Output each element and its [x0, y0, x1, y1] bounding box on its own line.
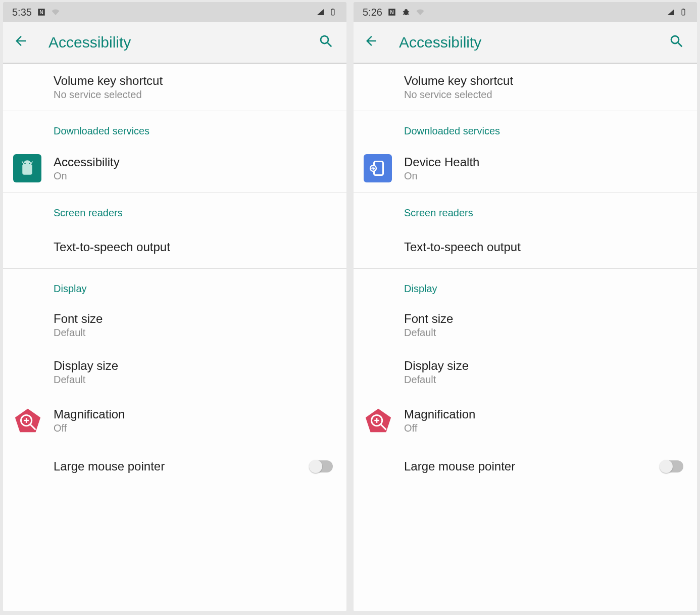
item-title: Magnification — [404, 407, 687, 421]
large-mouse-pointer-switch[interactable] — [660, 460, 683, 472]
item-subtitle: Default — [404, 327, 687, 339]
svg-text:N: N — [390, 9, 394, 15]
page-title: Accessibility — [48, 34, 318, 51]
svg-line-5 — [328, 43, 332, 47]
settings-list: Volume key shortcut No service selected … — [354, 64, 697, 611]
app-notification-icon: N — [387, 8, 396, 17]
phone-right: 5:26 N Accessibility — [354, 2, 697, 611]
item-title: Large mouse pointer — [54, 459, 306, 474]
item-subtitle: Default — [54, 327, 336, 339]
status-time: 5:26 — [363, 7, 382, 18]
status-time: 5:35 — [12, 7, 32, 18]
item-title: Display size — [54, 359, 336, 373]
status-bar: 5:35 N — [3, 2, 346, 22]
large-mouse-pointer-switch[interactable] — [310, 460, 333, 472]
svg-point-15 — [404, 10, 408, 16]
search-button[interactable] — [318, 33, 336, 52]
svg-rect-21 — [683, 9, 684, 10]
svg-line-19 — [408, 14, 409, 15]
app-bar: Accessibility — [3, 22, 346, 64]
search-button[interactable] — [669, 33, 687, 52]
item-title: Volume key shortcut — [54, 74, 336, 88]
device-health-icon — [364, 154, 392, 182]
battery-icon — [679, 8, 688, 17]
android-app-icon — [13, 154, 41, 182]
item-title: Large mouse pointer — [404, 459, 657, 474]
magnification-item[interactable]: Magnification Off — [3, 396, 346, 445]
text-to-speech-item[interactable]: Text-to-speech output — [3, 226, 346, 268]
large-mouse-pointer-item[interactable]: Large mouse pointer — [3, 445, 346, 488]
svg-rect-2 — [331, 9, 334, 15]
svg-rect-20 — [682, 9, 685, 15]
item-title: Device Health — [404, 155, 687, 169]
item-subtitle: Off — [54, 422, 336, 434]
item-title: Volume key shortcut — [404, 74, 687, 88]
svg-rect-3 — [332, 9, 333, 10]
page-title: Accessibility — [399, 34, 669, 51]
app-bar: Accessibility — [354, 22, 697, 64]
svg-point-22 — [671, 36, 679, 43]
status-bar: 5:26 N — [354, 2, 697, 22]
back-button[interactable] — [364, 33, 384, 52]
downloaded-service-item[interactable]: Accessibility On — [3, 144, 346, 193]
section-screen-readers: Screen readers — [354, 193, 697, 226]
phone-left: 5:35 N Accessibility — [3, 2, 346, 611]
item-subtitle: Default — [404, 374, 687, 386]
wifi-dim-icon — [416, 8, 425, 17]
signal-icon — [316, 8, 325, 17]
item-subtitle: No service selected — [404, 89, 687, 101]
item-subtitle: Default — [54, 374, 336, 386]
item-title: Magnification — [54, 407, 336, 421]
svg-line-18 — [403, 14, 405, 15]
item-subtitle: On — [404, 170, 687, 182]
settings-list: Volume key shortcut No service selected … — [3, 64, 346, 611]
display-size-item[interactable]: Display size Default — [3, 349, 346, 396]
svg-point-7 — [29, 163, 30, 164]
text-to-speech-item[interactable]: Text-to-speech output — [354, 226, 697, 268]
section-display: Display — [354, 269, 697, 302]
magnification-icon — [364, 406, 393, 435]
svg-text:N: N — [39, 9, 43, 15]
back-button[interactable] — [13, 33, 33, 52]
downloaded-service-item[interactable]: Device Health On — [354, 144, 697, 193]
section-screen-readers: Screen readers — [3, 193, 346, 226]
section-downloaded-services: Downloaded services — [354, 111, 697, 144]
debug-icon — [402, 8, 411, 17]
volume-key-shortcut-item[interactable]: Volume key shortcut No service selected — [354, 64, 697, 111]
item-title: Font size — [54, 312, 336, 326]
svg-point-6 — [24, 163, 25, 164]
battery-icon — [328, 8, 337, 17]
item-title: Text-to-speech output — [404, 240, 687, 254]
volume-key-shortcut-item[interactable]: Volume key shortcut No service selected — [3, 64, 346, 111]
display-size-item[interactable]: Display size Default — [354, 349, 697, 396]
item-title: Display size — [404, 359, 687, 373]
item-subtitle: On — [54, 170, 336, 182]
app-notification-icon: N — [37, 8, 46, 17]
svg-line-23 — [678, 43, 682, 47]
wifi-dim-icon — [51, 8, 60, 17]
svg-point-4 — [321, 36, 328, 43]
item-title: Accessibility — [54, 155, 336, 169]
item-title: Font size — [404, 312, 687, 326]
font-size-item[interactable]: Font size Default — [3, 302, 346, 349]
item-subtitle: Off — [404, 422, 687, 434]
item-subtitle: No service selected — [54, 89, 336, 101]
section-display: Display — [3, 269, 346, 302]
large-mouse-pointer-item[interactable]: Large mouse pointer — [354, 445, 697, 488]
section-downloaded-services: Downloaded services — [3, 111, 346, 144]
signal-icon — [667, 8, 676, 17]
item-title: Text-to-speech output — [54, 240, 336, 254]
font-size-item[interactable]: Font size Default — [354, 302, 697, 349]
magnification-item[interactable]: Magnification Off — [354, 396, 697, 445]
magnification-icon — [13, 406, 42, 435]
